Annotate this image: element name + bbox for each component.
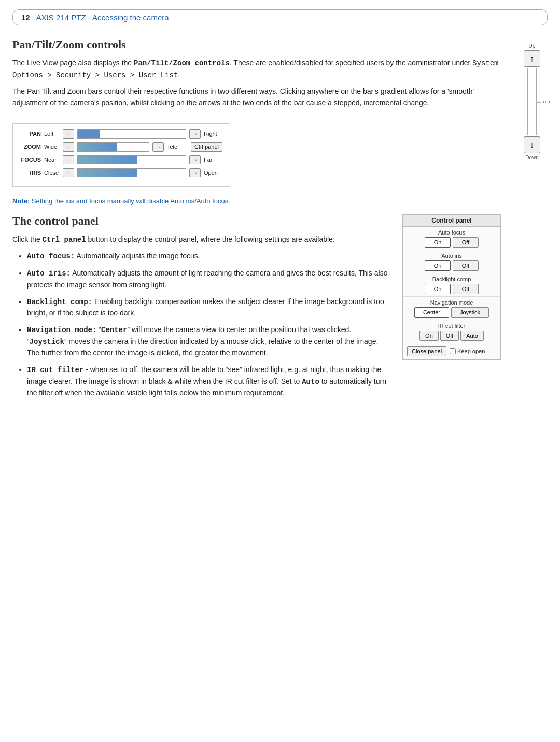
list-item-navmode: Navigation mode: “Center” will move the … [27,324,390,359]
iris-open-btn[interactable]: → [189,168,201,177]
backlight-term: Backlight comp: [27,298,92,306]
autoiris-term: Auto iris: [27,269,71,278]
joystick-term: Joystick [30,338,64,346]
tilt-control-column: Up ↑ — TILT ↓ Down [516,38,548,404]
second-section: The control panel Click the Ctrl panel b… [12,214,506,404]
iris-bar-fill [78,169,137,177]
tilt-track[interactable]: — TILT [527,68,537,135]
cp-navmode-center[interactable]: Center [414,307,449,318]
cp-keep-open: Keep open [450,348,485,354]
focus-near-btn[interactable]: ← [63,155,74,164]
pan-bar-fill [78,130,100,138]
list-item-autoiris: Auto iris: Automatically adjusts the amo… [27,268,390,291]
cp-backlight-on[interactable]: On [425,284,451,294]
cp-backlight-label: Backlight comp [407,276,496,282]
cp-ircut-off[interactable]: Off [440,331,459,341]
cp-navmode-joystick[interactable]: Joystick [451,307,489,318]
header-bar: 12 AXIS 214 PTZ - Accessing the camera [12,9,548,25]
focus-end-label: Far [204,157,222,163]
center-term: Center [101,326,127,334]
cp-autofocus-on[interactable]: On [425,237,451,248]
control-panel-widget: Control panel Auto focus On Off Auto iri… [402,214,506,404]
cp-ircut-btns: On Off Auto [407,331,496,341]
zoom-label: ZOOM [20,144,41,150]
cp-widget: Control panel Auto focus On Off Auto iri… [402,214,501,360]
pan-end-label: Right [204,131,222,137]
list-item-ircut: IR cut filter - when set to off, the cam… [27,364,390,399]
cp-autofocus-section: Auto focus On Off [403,227,500,250]
iris-end-label: Open [204,170,222,176]
focus-far-btn[interactable]: → [189,155,201,164]
iris-label: IRIS [20,170,41,176]
pan-bar[interactable] [77,129,186,139]
cp-autoiris-off[interactable]: Off [453,260,479,271]
cp-navmode-btns: Center Joystick [407,307,496,318]
list-item-backlight: Backlight comp: Enabling backlight compe… [27,296,390,319]
cp-backlight-off[interactable]: Off [453,284,479,294]
pan-row: PAN Left ← → Right [20,129,222,139]
cp-keep-open-label: Keep open [457,348,485,354]
zoom-sublabel: Wide [44,144,60,150]
cp-title: Control panel [403,215,500,227]
cp-autoiris-on[interactable]: On [425,260,451,271]
pan-right-btn[interactable]: → [189,129,201,139]
tilt-line [528,102,536,102]
section1-para2: The Pan Tilt and Zoom bars control their… [12,86,506,108]
navmode-term: Navigation mode: [27,326,96,334]
cp-ircut-auto[interactable]: Auto [460,331,484,341]
main-content: Pan/Tilt/Zoom controls The Live View pag… [12,38,548,404]
second-left: The control panel Click the Ctrl panel b… [12,214,390,404]
zoom-bar[interactable] [77,142,149,152]
iris-sublabel: Close [44,170,60,176]
list-item-autofocus: Auto focus: Automatically adjusts the im… [27,251,390,263]
zoom-bar-fill [78,143,117,151]
autofocus-term: Auto focus: [27,252,75,260]
focus-bar[interactable] [77,155,186,164]
cp-backlight-section: Backlight comp On Off [403,273,500,297]
ctrl-panel-button[interactable]: Ctrl panel [191,142,222,152]
cp-navmode-label: Navigation mode [407,299,496,306]
page-number: 12 [21,13,30,22]
section1-para1: The Live View page also displays the Pan… [12,58,506,81]
inline-ctrl-panel: Ctrl panel [43,236,86,244]
section1-title: Pan/Tilt/Zoom controls [12,38,506,51]
cp-ircut-on[interactable]: On [419,331,439,341]
feature-list: Auto focus: Automatically adjusts the im… [27,251,390,399]
section2-intro: Click the Ctrl panel button to display t… [12,234,390,246]
controls-diagram: PAN Left ← → Right ZOOM Wide ← [12,123,230,187]
pan-left-btn[interactable]: ← [63,129,74,139]
cp-ircut-section: IR cut filter On Off Auto [403,320,500,343]
pan-label: PAN [20,131,41,137]
zoom-wide-btn[interactable]: ← [63,142,74,152]
cp-navmode-section: Navigation mode Center Joystick [403,297,500,320]
cp-autofocus-btns: On Off [407,237,496,248]
iris-close-btn[interactable]: ← [63,168,74,177]
cp-close-button[interactable]: Close panel [407,346,446,356]
iris-bar[interactable] [77,168,186,177]
note-body: Setting the iris and focus manually will… [32,197,230,205]
content-left: Pan/Tilt/Zoom controls The Live View pag… [12,38,516,404]
section2-title: The control panel [12,214,390,228]
zoom-tele-btn[interactable]: → [152,142,164,152]
cp-keep-open-checkbox[interactable] [450,348,456,354]
zoom-end-label: Tele [167,144,186,150]
tilt-down-label: Down [525,155,539,160]
cp-autofocus-off[interactable]: Off [453,237,479,248]
iris-row: IRIS Close ← → Open [20,168,222,177]
cp-bottom-row: Close panel Keep open [403,343,500,359]
focus-label: FOCUS [20,157,41,163]
tilt-up-button[interactable]: ↑ [524,50,540,67]
tilt-up-label: Up [529,43,536,49]
pan-sublabel: Left [44,131,60,137]
note-label: Note: [12,197,30,205]
header-title: AXIS 214 PTZ - Accessing the camera [36,13,169,22]
cp-ircut-label: IR cut filter [407,323,496,329]
auto-term: Auto [302,378,319,386]
focus-bar-fill [78,156,137,164]
tilt-label: — TILT [537,100,551,104]
cp-autofocus-label: Auto focus [407,229,496,236]
focus-row: FOCUS Near ← → Far [20,155,222,164]
tilt-control: Up ↑ — TILT ↓ Down [524,43,540,160]
tilt-down-button[interactable]: ↓ [524,136,540,153]
cp-autoiris-section: Auto iris On Off [403,250,500,273]
